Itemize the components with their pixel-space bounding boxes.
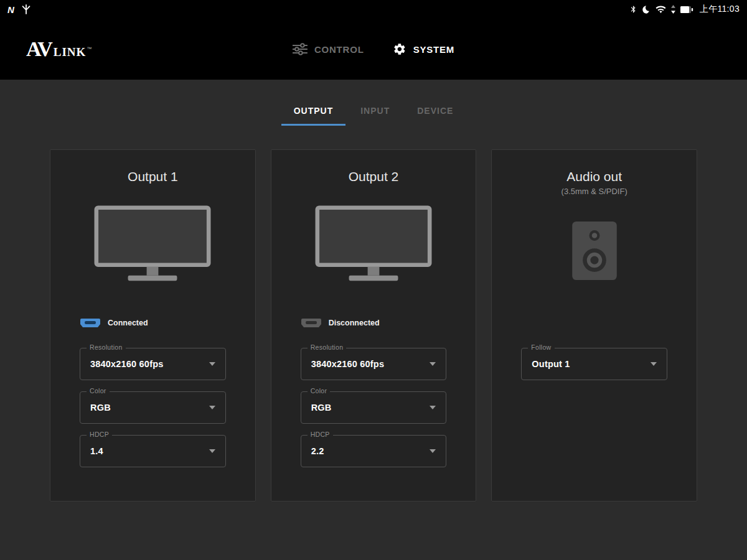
card-title: Output 1	[80, 167, 226, 186]
tab-device[interactable]: DEVICE	[405, 100, 466, 126]
field-value: 2.2	[311, 446, 324, 456]
main-nav: CONTROL SYSTEM	[293, 42, 454, 56]
color-select[interactable]: Color RGB	[80, 391, 226, 424]
status-bar: N 上午11:03	[0, 0, 747, 19]
field-label: Resolution	[308, 343, 347, 351]
connection-status: Connected	[80, 315, 226, 330]
hdmi-plug-icon	[80, 318, 101, 328]
field-value: 3840x2160 60fps	[311, 359, 385, 369]
tab-input[interactable]: INPUT	[348, 100, 402, 126]
hdcp-select[interactable]: HDCP 2.2	[301, 435, 447, 467]
chevron-down-icon	[430, 362, 436, 366]
hdmi-plug-icon	[301, 318, 322, 328]
field-label: Color	[87, 387, 110, 394]
output-1-card: Output 1 Connected Resolution 3840x2160 …	[50, 149, 256, 502]
card-subtitle: (3.5mm & S/PDIF)	[521, 186, 667, 200]
chevron-down-icon	[209, 406, 215, 409]
card-title: Output 2	[301, 167, 447, 186]
moon-icon	[642, 5, 651, 14]
trident-icon	[22, 4, 31, 14]
field-label: Follow	[528, 343, 554, 351]
monitor-icon	[301, 186, 447, 302]
wifi-icon	[655, 5, 666, 14]
field-value: Output 1	[532, 359, 570, 369]
nav-system-label: SYSTEM	[413, 44, 454, 55]
field-label: Resolution	[87, 343, 126, 351]
logo-av-text: AV	[26, 37, 52, 61]
field-value: 1.4	[90, 446, 103, 456]
section-tabs: OUTPUT INPUT DEVICE	[0, 80, 747, 126]
connection-status: Disconnected	[301, 315, 447, 330]
bluetooth-icon	[629, 4, 637, 14]
connection-status-label: Connected	[108, 319, 148, 327]
avlink-logo: AV LINK ™	[26, 37, 92, 61]
chevron-down-icon	[209, 362, 215, 366]
network-arrows-icon	[670, 5, 676, 14]
color-select[interactable]: Color RGB	[301, 391, 447, 424]
tab-output[interactable]: OUTPUT	[281, 100, 346, 126]
chevron-down-icon	[209, 449, 215, 453]
resolution-select[interactable]: Resolution 3840x2160 60fps	[80, 348, 226, 380]
field-label: HDCP	[308, 431, 333, 438]
sliders-icon	[293, 43, 308, 55]
app-bar: AV LINK ™ CONTROL SYSTEM	[0, 19, 747, 80]
nfc-icon: N	[7, 4, 14, 15]
audio-out-card: Audio out (3.5mm & S/PDIF) Follow Output…	[491, 149, 697, 502]
output-2-card: Output 2 Disconnected Resolution 3840x21…	[271, 149, 477, 502]
monitor-icon	[80, 186, 226, 302]
battery-icon	[680, 6, 693, 13]
field-label: HDCP	[87, 431, 112, 438]
connection-status-label: Disconnected	[329, 319, 380, 327]
nav-control-label: CONTROL	[314, 44, 364, 55]
logo-trademark: ™	[87, 46, 92, 52]
speaker-icon	[521, 200, 667, 302]
status-clock: 上午11:03	[700, 4, 740, 15]
resolution-select[interactable]: Resolution 3840x2160 60fps	[301, 348, 447, 380]
cards-row: Output 1 Connected Resolution 3840x2160 …	[0, 149, 747, 502]
chevron-down-icon	[430, 406, 436, 409]
nav-item-control[interactable]: CONTROL	[293, 43, 364, 55]
hdcp-select[interactable]: HDCP 1.4	[80, 435, 226, 467]
chevron-down-icon	[651, 362, 657, 366]
chevron-down-icon	[430, 449, 436, 453]
field-label: Color	[308, 387, 331, 394]
card-title: Audio out	[521, 167, 667, 186]
gear-icon	[393, 42, 406, 56]
logo-link-text: LINK	[54, 45, 87, 59]
follow-select[interactable]: Follow Output 1	[521, 348, 667, 380]
field-value: 3840x2160 60fps	[90, 359, 164, 369]
nav-item-system[interactable]: SYSTEM	[393, 42, 454, 56]
field-value: RGB	[90, 403, 111, 413]
field-value: RGB	[311, 403, 332, 413]
